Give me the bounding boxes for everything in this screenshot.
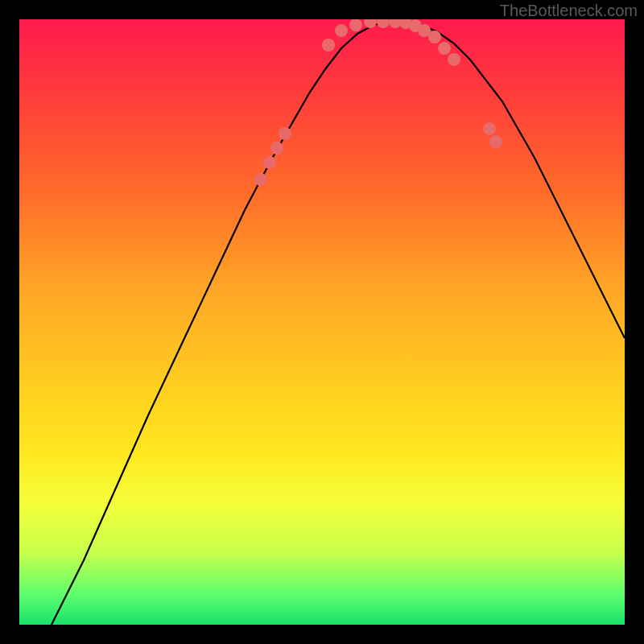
highlight-dots bbox=[254, 19, 502, 186]
chart-frame bbox=[19, 19, 625, 625]
highlight-dot bbox=[254, 173, 267, 186]
highlight-dot bbox=[270, 142, 283, 155]
highlight-dot bbox=[377, 19, 390, 28]
highlight-dot bbox=[263, 156, 276, 169]
highlight-dot bbox=[489, 135, 502, 148]
chart-svg bbox=[19, 19, 625, 625]
highlight-dot bbox=[322, 39, 335, 52]
highlight-dot bbox=[349, 19, 362, 31]
watermark-text: TheBottleneck.com bbox=[500, 2, 638, 20]
highlight-dot bbox=[335, 24, 348, 37]
bottleneck-curve bbox=[52, 22, 625, 625]
highlight-dot bbox=[364, 19, 377, 28]
highlight-dot bbox=[448, 53, 460, 66]
highlight-dot bbox=[483, 122, 496, 135]
highlight-dot bbox=[279, 127, 291, 140]
highlight-dot bbox=[428, 31, 441, 43]
highlight-dot bbox=[438, 42, 451, 55]
